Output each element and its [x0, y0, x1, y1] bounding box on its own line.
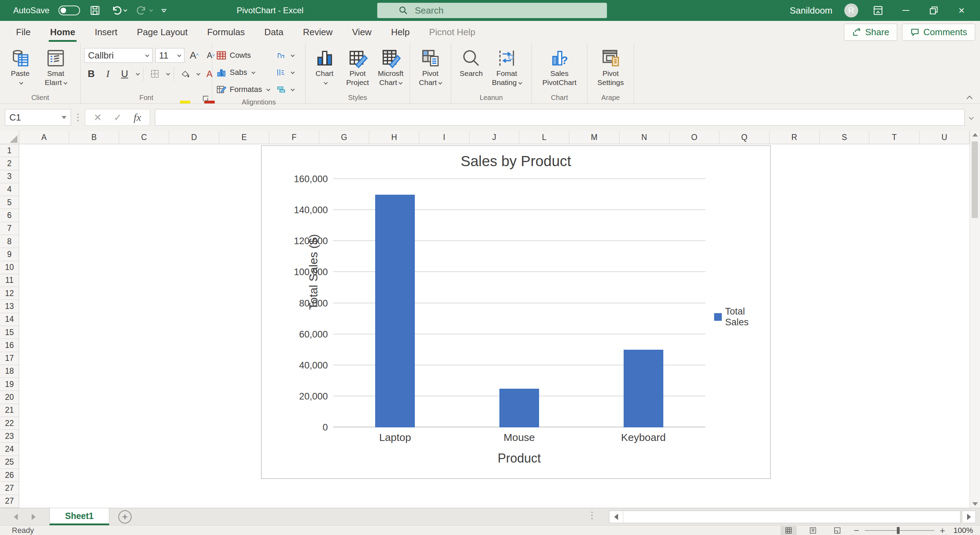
formatas-button[interactable]: Formatas	[216, 81, 274, 97]
column-header-N[interactable]: N	[619, 131, 670, 144]
fomat-bnating-button[interactable]: Fomat Bnating	[490, 47, 523, 87]
cowts-button[interactable]: Cowts	[216, 47, 274, 63]
column-header-Q[interactable]: Q	[719, 131, 770, 144]
ribbon-display-options-icon[interactable]	[870, 2, 886, 18]
tab-picnot-help[interactable]: Picnot Help	[421, 21, 484, 43]
microsft-chart-button[interactable]: Microsft Chart	[375, 47, 406, 87]
row-header-18-17[interactable]: 18	[0, 365, 19, 378]
pivot-project-button[interactable]: Pivot Project	[342, 47, 373, 87]
avatar[interactable]: R	[844, 3, 858, 18]
new-sheet-button[interactable]: +	[118, 510, 132, 524]
column-header-I[interactable]: I	[419, 131, 469, 144]
redo-button[interactable]	[136, 4, 153, 17]
paste-button[interactable]: Paste	[3, 47, 37, 87]
scroll-up-icon[interactable]	[972, 133, 978, 137]
pivot-chart-button[interactable]: Pivot Chart	[414, 47, 447, 87]
row-header-12-11[interactable]: 12	[0, 287, 19, 300]
sales-pivotchart-button[interactable]: ? Sales PivotChart	[535, 47, 584, 87]
tab-home[interactable]: Home	[42, 21, 84, 43]
fill-chevron-icon[interactable]	[196, 72, 200, 75]
tab-page-layout[interactable]: Page Layout	[129, 21, 196, 43]
font-name-select[interactable]: Callbri	[84, 48, 153, 63]
row-header-5-4[interactable]: 5	[0, 196, 19, 209]
row-header-20-19[interactable]: 20	[0, 391, 19, 404]
italic-button[interactable]: I	[101, 67, 115, 81]
underline-chevron-icon[interactable]	[136, 72, 140, 75]
row-header-22-21[interactable]: 22	[0, 417, 19, 430]
row-header-10-9[interactable]: 10	[0, 261, 19, 274]
normal-view-button[interactable]	[781, 526, 797, 535]
column-header-D[interactable]: D	[169, 131, 219, 144]
column-header-A[interactable]: A	[19, 131, 69, 144]
share-button[interactable]: Share	[844, 24, 897, 41]
zoom-slider[interactable]	[865, 530, 934, 531]
zoom-slider-thumb[interactable]	[897, 527, 900, 534]
autosave-toggle[interactable]	[59, 6, 80, 15]
font-dialog-launcher-icon[interactable]	[203, 96, 208, 101]
search-box[interactable]: Search	[377, 3, 607, 18]
column-header-B[interactable]: B	[69, 131, 119, 144]
undo-button[interactable]	[110, 4, 127, 17]
vertical-scrollbar[interactable]	[970, 131, 980, 508]
name-box[interactable]: C1	[5, 109, 71, 126]
page-break-view-button[interactable]	[829, 526, 845, 535]
row-header-17-16[interactable]: 17	[0, 352, 19, 365]
row-header-13-12[interactable]: 13	[0, 300, 19, 313]
sheet-canvas[interactable]: Sales by Product Total Sales ($) 020,000…	[19, 144, 970, 508]
insert-function-icon[interactable]: fx	[134, 112, 141, 123]
column-header-G[interactable]: G	[319, 131, 369, 144]
next-sheet-icon[interactable]	[32, 514, 35, 520]
tab-file[interactable]: File	[8, 21, 39, 43]
bar-keyboard[interactable]	[624, 350, 663, 427]
bar-mouse[interactable]	[500, 389, 539, 427]
font-size-select[interactable]: 11	[155, 48, 185, 63]
row-header-14-13[interactable]: 14	[0, 313, 19, 326]
column-header-H[interactable]: H	[369, 131, 419, 144]
tab-view[interactable]: View	[344, 21, 380, 43]
fill-color-button[interactable]	[178, 67, 192, 81]
close-button[interactable]: ×	[953, 2, 970, 18]
collapse-ribbon-icon[interactable]	[967, 96, 973, 102]
search-ribbon-button[interactable]: Search	[455, 47, 488, 87]
tab-review[interactable]: Review	[294, 21, 341, 43]
tab-formulas[interactable]: Formulas	[199, 21, 253, 43]
save-icon[interactable]	[89, 5, 101, 16]
tab-insert[interactable]: Insert	[86, 21, 126, 43]
column-header-U[interactable]: U	[920, 131, 970, 144]
row-header-6-5[interactable]: 6	[0, 209, 19, 222]
comments-button[interactable]: Comments	[902, 24, 975, 41]
column-header-L[interactable]: L	[519, 131, 570, 144]
row-header-26-25[interactable]: 26	[0, 469, 19, 482]
pivot-settings-button[interactable]: Pivot Settings	[594, 47, 627, 87]
tab-help[interactable]: Help	[383, 21, 418, 43]
tab-data[interactable]: Data	[256, 21, 292, 43]
bold-button[interactable]: B	[84, 67, 98, 81]
row-header-9-8[interactable]: 9	[0, 248, 19, 261]
column-header-R[interactable]: R	[770, 131, 819, 144]
borders-button[interactable]	[148, 67, 162, 81]
row-header-8-7[interactable]: 8	[0, 235, 19, 248]
align-tool-1-button[interactable]	[276, 47, 302, 63]
formula-input[interactable]	[155, 109, 965, 126]
zoom-in-button[interactable]: +	[940, 526, 945, 535]
row-header-16-15[interactable]: 16	[0, 339, 19, 352]
row-header-3-2[interactable]: 3	[0, 170, 19, 183]
row-header-25-24[interactable]: 25	[0, 456, 19, 469]
row-header-23-22[interactable]: 23	[0, 430, 19, 443]
row-header-7-6[interactable]: 7	[0, 222, 19, 235]
align-tool-2-button[interactable]	[276, 64, 302, 80]
select-all-button[interactable]	[0, 131, 19, 144]
chart-button[interactable]: Chart	[309, 47, 340, 87]
row-header-11-10[interactable]: 11	[0, 274, 19, 287]
page-layout-view-button[interactable]	[805, 526, 821, 535]
restore-button[interactable]	[926, 2, 942, 18]
column-header-S[interactable]: S	[819, 131, 870, 144]
zoom-level[interactable]: 100%	[953, 526, 973, 535]
underline-button[interactable]: U	[118, 67, 132, 81]
row-header-21-20[interactable]: 21	[0, 404, 19, 417]
column-header-M[interactable]: M	[570, 131, 619, 144]
row-header-15-14[interactable]: 15	[0, 326, 19, 339]
borders-chevron-icon[interactable]	[166, 72, 170, 75]
scroll-down-icon[interactable]	[972, 502, 978, 506]
horizontal-scrollbar[interactable]	[609, 511, 961, 523]
